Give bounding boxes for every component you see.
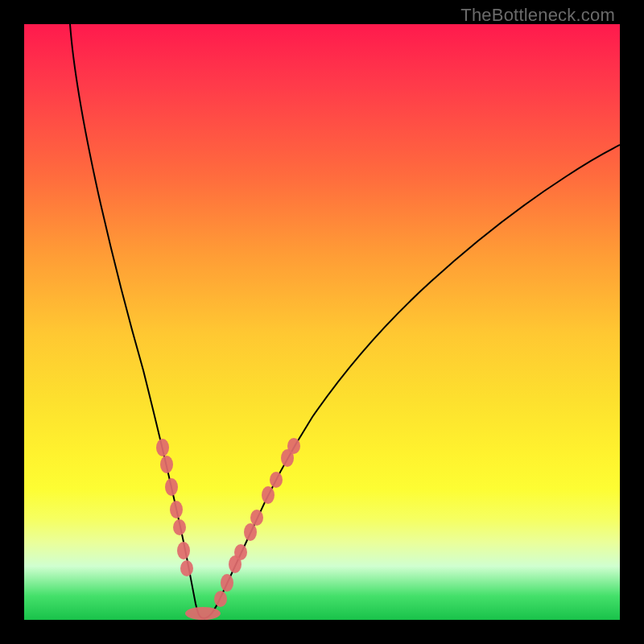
svg-point-14 — [262, 486, 275, 504]
svg-point-15 — [270, 472, 283, 488]
svg-point-0 — [156, 439, 169, 456]
plot-area — [24, 24, 620, 620]
svg-point-11 — [234, 544, 247, 560]
svg-point-6 — [180, 560, 193, 576]
bottleneck-curve — [70, 24, 620, 618]
svg-point-4 — [173, 519, 186, 535]
svg-point-7 — [185, 607, 221, 620]
svg-point-1 — [160, 456, 173, 473]
svg-point-9 — [221, 574, 233, 592]
svg-point-3 — [170, 501, 183, 518]
svg-point-13 — [250, 510, 263, 526]
svg-point-8 — [214, 591, 227, 607]
svg-point-5 — [177, 542, 190, 559]
highlight-beads — [156, 438, 300, 620]
svg-point-2 — [165, 478, 178, 496]
svg-point-12 — [244, 523, 257, 541]
svg-point-17 — [287, 438, 300, 454]
chart-svg — [24, 24, 620, 620]
watermark-text: TheBottleneck.com — [460, 5, 615, 26]
